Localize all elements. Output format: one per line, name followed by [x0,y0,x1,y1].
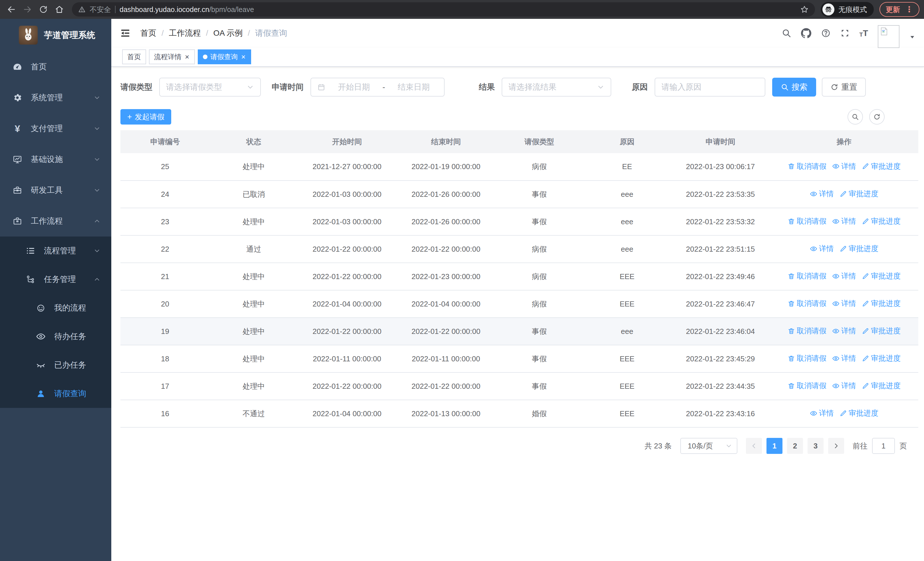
search-icon[interactable] [782,28,791,38]
sidebar-item-my-process[interactable]: 我的流程 [0,294,111,322]
breadcrumb-item[interactable]: 工作流程 [169,28,201,39]
progress-link[interactable]: 审批进度 [862,271,901,281]
sidebar-item-workflow[interactable]: 工作流程 [0,206,111,236]
create-leave-button[interactable]: + 发起请假 [120,109,171,125]
cancel-leave-link[interactable]: 取消请假 [788,216,826,226]
tab-home[interactable]: 首页 [122,50,146,64]
cancel-leave-link[interactable]: 取消请假 [788,298,826,308]
browser-forward-button[interactable] [21,3,34,16]
page-button-1[interactable]: 1 [766,438,783,454]
sidebar-item-infra[interactable]: 基础设施 [0,144,111,175]
avatar[interactable] [878,25,900,48]
sidebar-item-todo-tasks[interactable]: 待办任务 [0,322,111,351]
browser-back-button[interactable] [4,3,18,16]
bookmark-star-icon[interactable] [800,5,809,14]
next-page-button[interactable] [828,438,844,454]
tab-process-detail[interactable]: 流程详情× [149,50,195,64]
browser-reload-button[interactable] [36,3,50,16]
progress-link[interactable]: 审批进度 [862,381,901,391]
prev-page-button[interactable] [746,438,762,454]
progress-link[interactable]: 审批进度 [840,244,878,254]
reason-input[interactable] [655,78,765,96]
progress-link[interactable]: 审批进度 [862,298,901,308]
action-label: 审批进度 [871,381,901,391]
app-logo-row[interactable]: 芋道管理系统 [0,19,111,51]
table-body: 25处理中2021-12-27 00:00:002022-01-19 00:00… [120,153,918,427]
detail-link[interactable]: 详情 [832,326,856,336]
sidebar-item-label: 首页 [31,62,47,72]
cancel-leave-link[interactable]: 取消请假 [788,353,826,363]
browser-menu-icon[interactable]: ⋮ [905,5,913,14]
cancel-leave-link[interactable]: 取消请假 [788,326,826,336]
progress-link[interactable]: 审批进度 [840,189,878,199]
detail-link[interactable]: 详情 [832,271,856,281]
detail-link[interactable]: 详情 [810,244,834,254]
breadcrumb-item[interactable]: 首页 [140,28,156,39]
result-select[interactable]: 请选择流结果 [502,78,611,96]
fullscreen-icon[interactable] [840,29,849,38]
pager: 123 [746,438,844,454]
cancel-leave-link[interactable]: 取消请假 [788,161,826,171]
detail-link[interactable]: 详情 [832,216,856,226]
breadcrumb-item[interactable]: OA 示例 [213,28,243,39]
chevron-down-icon [94,247,100,254]
browser-home-button[interactable] [52,3,66,16]
progress-link[interactable]: 审批进度 [862,161,901,171]
detail-link[interactable]: 详情 [832,353,856,363]
date-separator: - [382,83,385,92]
refresh-table-button[interactable] [869,109,885,125]
leave-type-select[interactable]: 请选择请假类型 [159,78,261,96]
reset-button[interactable]: 重置 [822,78,866,96]
sidebar-toggle-icon[interactable] [120,28,131,39]
cell-reason: EEE [583,290,671,317]
close-tab-icon[interactable]: × [240,53,246,60]
sidebar-item-process-mgmt[interactable]: 流程管理 [0,236,111,265]
avatar-caret-icon[interactable] [909,34,915,40]
progress-link[interactable]: 审批进度 [862,326,901,336]
sidebar-item-devtools[interactable]: 研发工具 [0,175,111,206]
sidebar-item-label: 待办任务 [54,331,86,342]
font-size-icon[interactable]: TT [859,28,868,38]
sidebar-item-task-mgmt[interactable]: 任务管理 [0,265,111,294]
action-label: 详情 [819,189,834,199]
browser-update-button[interactable]: 更新 ⋮ [879,2,920,17]
goto-page-input[interactable] [872,438,895,454]
detail-link[interactable]: 详情 [832,298,856,308]
page-button-3[interactable]: 3 [808,438,824,454]
cancel-leave-link[interactable]: 取消请假 [788,271,826,281]
update-label: 更新 [886,5,900,14]
cancel-leave-link[interactable]: 取消请假 [788,381,826,391]
help-icon[interactable] [821,28,831,38]
action-label: 取消请假 [797,161,826,171]
chevron-left-icon [750,442,758,449]
sidebar-item-system[interactable]: 系统管理 [0,82,111,113]
cell-start: 2022-01-22 00:00:00 [298,373,397,400]
detail-link[interactable]: 详情 [810,189,834,199]
github-icon[interactable] [801,28,811,38]
sidebar-item-leave-query[interactable]: 请假查询 [0,379,111,408]
progress-link[interactable]: 审批进度 [862,353,901,363]
gear-icon [12,93,22,102]
search-button[interactable]: 搜索 [772,78,816,96]
detail-link[interactable]: 详情 [810,408,834,418]
chevron-down-icon [94,94,100,101]
url-bar[interactable]: 不安全 dashboard.yudao.iocoder.cn/bpm/oa/le… [72,2,815,17]
sidebar-item-payment[interactable]: ¥支付管理 [0,113,111,144]
breadcrumb: 首页/工作流程/OA 示例/请假查询 [140,28,287,39]
trash-icon [788,162,795,170]
edit-icon [862,162,869,170]
cell-start: 2021-12-27 00:00:00 [298,153,397,180]
cell-id: 18 [120,345,210,373]
sidebar-item-home[interactable]: 首页 [0,51,111,82]
apply-time-range-picker[interactable]: 开始日期 - 结束日期 [310,78,445,96]
detail-link[interactable]: 详情 [832,381,856,391]
progress-link[interactable]: 审批进度 [862,216,901,226]
toggle-search-button[interactable] [848,109,863,125]
page-button-2[interactable]: 2 [787,438,803,454]
progress-link[interactable]: 审批进度 [840,408,878,418]
close-tab-icon[interactable]: × [184,53,190,60]
sidebar-item-done-tasks[interactable]: 已办任务 [0,351,111,379]
page-size-select[interactable]: 10条/页 [680,438,737,454]
tab-leave-query[interactable]: 请假查询× [198,50,251,64]
detail-link[interactable]: 详情 [832,161,856,171]
